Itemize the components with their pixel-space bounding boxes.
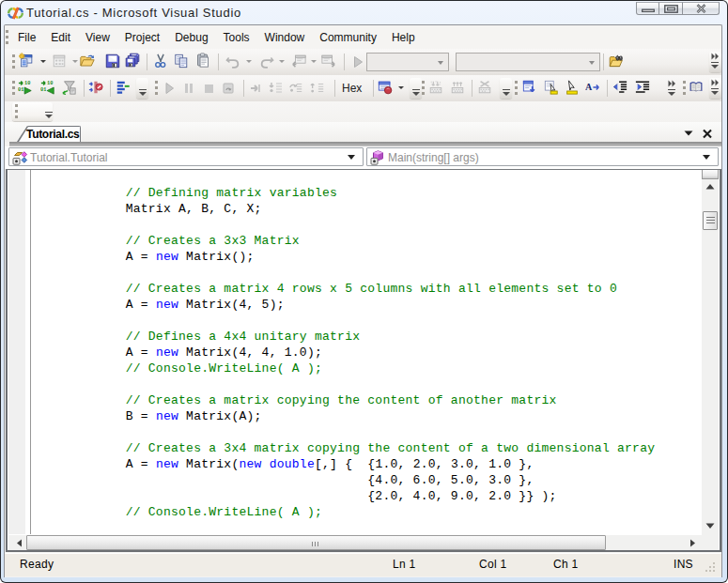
svg-text:01: 01 [18, 87, 23, 93]
svg-text:10: 10 [24, 81, 30, 86]
svg-text:A: A [585, 82, 593, 92]
svg-text:10: 10 [47, 81, 53, 86]
svg-text:01: 01 [40, 87, 46, 93]
